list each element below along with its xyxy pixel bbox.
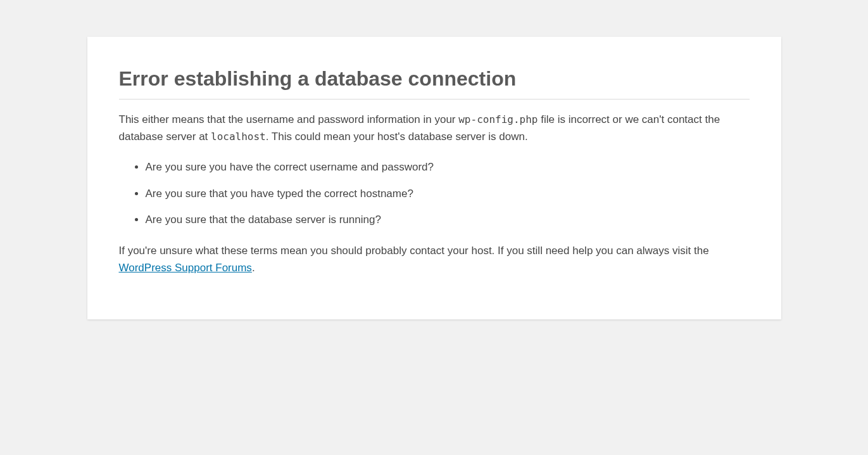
help-text-2: . (252, 262, 255, 274)
intro-text-1: This either means that the username and … (119, 113, 459, 125)
support-forums-link[interactable]: WordPress Support Forums (119, 262, 252, 274)
help-text-1: If you're unsure what these terms mean y… (119, 245, 709, 257)
list-item: Are you sure you have the correct userna… (146, 159, 750, 176)
checklist: Are you sure you have the correct userna… (146, 159, 750, 228)
page-title: Error establishing a database connection (119, 53, 750, 99)
list-item: Are you sure that you have typed the cor… (146, 186, 750, 202)
help-paragraph: If you're unsure what these terms mean y… (119, 242, 750, 276)
intro-text-3: . This could mean your host's database s… (266, 131, 528, 143)
intro-paragraph: This either means that the username and … (119, 111, 750, 145)
localhost-code: localhost (211, 131, 266, 143)
list-item: Are you sure that the database server is… (146, 212, 750, 228)
error-page-container: Error establishing a database connection… (87, 37, 781, 319)
wp-config-code: wp-config.php (458, 113, 538, 125)
